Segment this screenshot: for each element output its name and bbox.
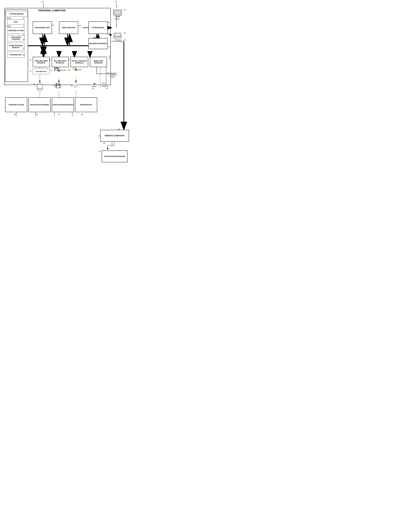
svg-rect-60: [115, 10, 121, 14]
app-programs-bottom-box: APPLICATION PROGRAMS: [28, 97, 51, 112]
ref-20: 20: [41, 1, 43, 2]
ref-27: 27: [29, 71, 31, 72]
ref-42: 42: [92, 88, 94, 90]
ref-37: 37: [23, 47, 25, 49]
program-data-bottom-box: PROGRAM DATA: [75, 97, 97, 112]
svg-point-56: [111, 74, 112, 74]
os-box: OPERATING SYSTEM: [7, 27, 24, 34]
mouse-icon: 🖱: [93, 82, 96, 86]
ref-48: 48: [79, 25, 81, 26]
hdd-interface-box: HARD DISK DRIVE INTERFACE: [33, 57, 50, 67]
optical-icon: 📀: [72, 67, 76, 71]
ref-38-bottom: 38: [81, 114, 83, 115]
ref-64: 64: [124, 32, 126, 34]
floppy-icon: 💾: [54, 67, 58, 71]
ref-47-top: 47: [124, 9, 126, 11]
cylinder-icon: [36, 83, 44, 91]
ref-47: 47: [115, 1, 117, 2]
ref-50: 50: [103, 142, 105, 144]
ref-33: 33: [49, 59, 50, 61]
ref-28: 28: [50, 69, 52, 71]
optical-icon-bottom: ⚪: [73, 83, 78, 88]
monitor-label: Monitor: [115, 18, 120, 20]
ref-21: 21: [52, 24, 54, 26]
rf-device-label: RF Device: [115, 39, 122, 41]
ref-24: 24: [23, 25, 25, 27]
svg-rect-65: [113, 37, 122, 38]
ref-36-bottom: 36: [36, 114, 38, 115]
ref-62: 62: [108, 21, 110, 23]
ref-29: 29: [53, 85, 55, 87]
program-data-box: PROGRAM DATA: [7, 52, 24, 58]
processing-unit-box: PROCESSING UNIT: [33, 21, 52, 34]
ref-54: 54: [107, 72, 109, 74]
ref-60: 60: [33, 83, 35, 85]
rom-label: (ROM): [6, 17, 11, 19]
system-memory-box: SYSTEM MEMORY: [6, 11, 27, 17]
os-bottom-box: OPERATING SYSTEM: [5, 97, 27, 112]
ref-37-bottom: 37: [58, 114, 60, 115]
svg-point-55: [110, 74, 111, 74]
ref-22: 22: [23, 17, 25, 19]
ref-46: 46: [109, 55, 111, 57]
mag-disk-interface-box: MAG DISK DRIVE INTERFACE: [52, 57, 69, 67]
ref-38: 38: [23, 55, 25, 56]
bios-box: BIOS: [7, 20, 24, 25]
ref-49: 49: [118, 128, 120, 130]
app-program-box: APPLICATION PROGRAM: [7, 35, 24, 41]
app-programs-remote-box: APPLICATION PROGRAMS: [102, 151, 128, 162]
svg-point-58: [114, 74, 115, 74]
video-adapter-box: VIDEO ADAPTER: [59, 21, 78, 34]
ref-51: 51: [109, 58, 111, 59]
serial-port-interface-box: SERIAL PORT INTERFACE: [90, 57, 107, 67]
optical-disk-interface-box: OPTICAL DISK DRIVE INTERFACE: [70, 57, 88, 67]
pc-label: PERSONAL COMPUTER: [38, 9, 66, 12]
ref-31: 31: [71, 85, 72, 87]
rf-device-icon: [113, 33, 122, 39]
mouse-label: Mouse: [92, 86, 97, 87]
mag-disk-label: Magnetic disk drive: [51, 69, 69, 71]
other-pm-box: OTHER PROGRAM MODULES: [7, 43, 24, 50]
floppy-icon-bottom: 💾: [55, 83, 61, 88]
modem-label: Modem: [110, 76, 115, 78]
svg-rect-64: [115, 33, 120, 36]
svg-point-57: [113, 74, 114, 74]
keyboard-icon: ⌨️: [102, 81, 106, 85]
ref-32: 32: [29, 59, 31, 61]
other-pm-bottom-box: OTHER PROGRAM MODULES: [52, 97, 74, 112]
ref-35-bottom: 35: [14, 114, 16, 115]
keyboard-label: Keyboard: [102, 85, 108, 87]
ref-52: 52: [99, 135, 101, 137]
ref-40: 40: [106, 87, 108, 89]
hdd-label-box: hard disk drive: [33, 69, 50, 74]
ref-30: 30: [68, 69, 70, 71]
ref-36-remote: 36: [99, 151, 101, 152]
ref-34: 34: [68, 59, 70, 61]
ref-53: 53: [108, 46, 110, 47]
svg-rect-61: [116, 15, 119, 16]
svg-rect-62: [116, 16, 120, 17]
monitor-icon: [113, 10, 122, 18]
network-interface-box: NETWORK INTERFACE: [88, 38, 108, 49]
svg-point-53: [37, 88, 43, 90]
remote-computer-box: REMOTE COMPUTER: [100, 130, 129, 142]
ref-63: 63: [124, 39, 126, 41]
ref-36: 36: [23, 39, 25, 40]
rf-interface-box: RF INTERFACE: [88, 21, 108, 34]
diagram-container: 20 47 PERSONAL COMPUTER SYSTEM MEMORY (R…: [0, 0, 133, 170]
ram-label: (RAM): [6, 25, 11, 27]
